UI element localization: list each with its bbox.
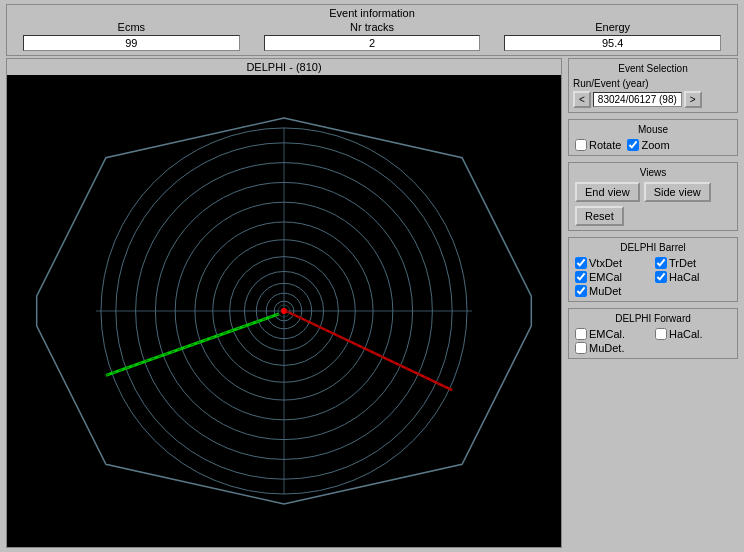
views-box: Views End view Side view Reset: [568, 162, 738, 231]
trdet-label: TrDet: [669, 257, 696, 269]
nr-tracks-label: Nr tracks: [350, 21, 394, 33]
mudet-barrel-checkbox[interactable]: [575, 285, 587, 297]
emcal-forward-label: EMCal.: [589, 328, 625, 340]
energy-value: 95.4: [504, 35, 721, 51]
event-info-fields: Ecms 99 Nr tracks 2 Energy 95.4: [11, 21, 733, 51]
prev-event-button[interactable]: <: [573, 91, 591, 108]
forward-box: DELPHI Forward EMCal. HaCal. MuDet.: [568, 308, 738, 359]
zoom-option[interactable]: Zoom: [627, 139, 669, 151]
run-event-nav: < 83024/06127 (98) >: [573, 91, 733, 108]
vtxdet-checkbox[interactable]: [575, 257, 587, 269]
event-selection-box: Event Selection Run/Event (year) < 83024…: [568, 58, 738, 113]
ecms-value: 99: [23, 35, 240, 51]
forward-detector-grid: EMCal. HaCal. MuDet.: [575, 328, 731, 354]
reset-button[interactable]: Reset: [575, 206, 624, 226]
zoom-checkbox[interactable]: [627, 139, 639, 151]
mudet-forward-label: MuDet.: [589, 342, 624, 354]
energy-field: Energy 95.4: [492, 21, 733, 51]
emcal-barrel-label: EMCal: [589, 271, 622, 283]
rotate-label: Rotate: [589, 139, 621, 151]
trdet-checkbox[interactable]: [655, 257, 667, 269]
trdet-option[interactable]: TrDet: [655, 257, 731, 269]
delphi-svg: [7, 75, 561, 547]
hacal-barrel-checkbox[interactable]: [655, 271, 667, 283]
hacal-forward-checkbox[interactable]: [655, 328, 667, 340]
main-container: Event information Ecms 99 Nr tracks 2 En…: [0, 0, 744, 552]
vtxdet-label: VtxDet: [589, 257, 622, 269]
content-row: DELPHI - (810): [6, 58, 738, 548]
rotate-checkbox[interactable]: [575, 139, 587, 151]
views-buttons: End view Side view: [575, 182, 731, 202]
next-event-button[interactable]: >: [684, 91, 702, 108]
emcal-forward-checkbox[interactable]: [575, 328, 587, 340]
views-title: Views: [575, 167, 731, 178]
barrel-box: DELPHI Barrel VtxDet TrDet EMCal: [568, 237, 738, 302]
mouse-title: Mouse: [575, 124, 731, 135]
nr-tracks-value: 2: [264, 35, 481, 51]
ecms-field: Ecms 99: [11, 21, 252, 51]
emcal-barrel-option[interactable]: EMCal: [575, 271, 651, 283]
hacal-forward-option[interactable]: HaCal.: [655, 328, 731, 340]
mouse-box: Mouse Rotate Zoom: [568, 119, 738, 156]
nr-tracks-field: Nr tracks 2: [252, 21, 493, 51]
rotate-option[interactable]: Rotate: [575, 139, 621, 151]
mudet-barrel-label: MuDet: [589, 285, 621, 297]
delphi-panel: DELPHI - (810): [6, 58, 562, 548]
mudet-forward-option[interactable]: MuDet.: [575, 342, 651, 354]
end-view-button[interactable]: End view: [575, 182, 640, 202]
emcal-forward-option[interactable]: EMCal.: [575, 328, 651, 340]
hacal-forward-label: HaCal.: [669, 328, 703, 340]
forward-title: DELPHI Forward: [575, 313, 731, 324]
emcal-barrel-checkbox[interactable]: [575, 271, 587, 283]
controls-panel: Event Selection Run/Event (year) < 83024…: [568, 58, 738, 548]
event-info-section: Event information Ecms 99 Nr tracks 2 En…: [6, 4, 738, 56]
mouse-options: Rotate Zoom: [575, 139, 731, 151]
event-selection-title: Event Selection: [573, 63, 733, 74]
event-info-title: Event information: [11, 7, 733, 19]
zoom-label: Zoom: [641, 139, 669, 151]
delphi-title: DELPHI - (810): [7, 59, 561, 75]
side-view-button[interactable]: Side view: [644, 182, 711, 202]
barrel-detector-grid: VtxDet TrDet EMCal HaCal: [575, 257, 731, 297]
hacal-barrel-label: HaCal: [669, 271, 700, 283]
barrel-title: DELPHI Barrel: [575, 242, 731, 253]
run-event-value: 83024/06127 (98): [593, 92, 682, 107]
hacal-barrel-option[interactable]: HaCal: [655, 271, 731, 283]
energy-label: Energy: [595, 21, 630, 33]
vtxdet-option[interactable]: VtxDet: [575, 257, 651, 269]
mudet-forward-checkbox[interactable]: [575, 342, 587, 354]
mudet-barrel-option[interactable]: MuDet: [575, 285, 651, 297]
delphi-canvas[interactable]: [7, 75, 561, 547]
ecms-label: Ecms: [118, 21, 146, 33]
run-event-label: Run/Event (year): [573, 78, 649, 89]
run-event-row: Run/Event (year): [573, 78, 733, 89]
